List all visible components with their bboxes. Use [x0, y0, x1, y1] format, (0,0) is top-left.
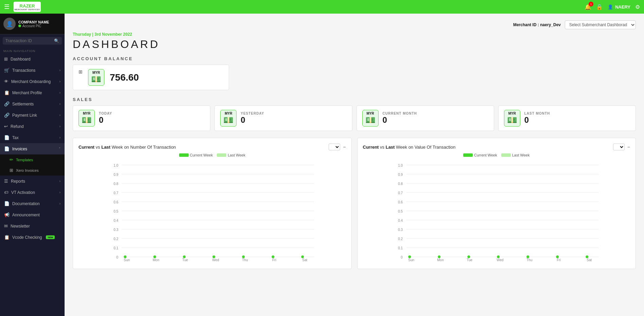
chevron-right-icon: ›: [59, 136, 60, 139]
svg-text:0: 0: [401, 255, 403, 259]
top-nav: ☰ RAZER MERCHANT SERVICES 🔔 1 🔒 👤 NAERY …: [0, 0, 644, 14]
sidebar-item-announcement[interactable]: 📢 Announcement: [0, 209, 65, 220]
svg-text:Mon: Mon: [153, 258, 159, 262]
submerchant-select[interactable]: Select Submerchant Dashborad: [565, 20, 636, 29]
sidebar-item-payment-link[interactable]: 🔗 Payment Link ›: [0, 110, 65, 121]
money-icon: 💵: [82, 115, 92, 125]
last-week-color2: [501, 153, 511, 157]
svg-point-30: [153, 255, 156, 258]
currency-badge: MYR 💵: [88, 69, 104, 86]
calculator-icon[interactable]: ⊞: [79, 69, 83, 74]
avatar: 👤: [3, 18, 16, 30]
sales-card-last-month: MYR 💵 LAST MONTH 0: [498, 105, 636, 131]
search-input[interactable]: [5, 38, 52, 43]
sidebar-item-merchant-profile[interactable]: 📋 Merchant Profile ›: [0, 87, 65, 98]
today-period-label: TODAY: [99, 112, 112, 115]
charts-grid: Current vs Last Week on Number Of Transa…: [73, 138, 636, 269]
svg-text:Sun: Sun: [408, 258, 414, 262]
chart2-dropdown[interactable]: [613, 144, 625, 150]
svg-point-35: [301, 255, 304, 258]
chart1-svg-wrap: 0 0.1 0.2 0.3 0.4 0.5 0.6 0.7 0.8 0.9 1.: [79, 160, 346, 263]
sidebar-item-vcode-checking[interactable]: 📋 Vcode Checking new: [0, 232, 65, 243]
chevron-right-icon: ›: [59, 68, 60, 72]
currency-badge: MYR 💵: [220, 110, 237, 127]
svg-point-34: [272, 255, 274, 258]
hamburger-icon[interactable]: ☰: [4, 3, 10, 11]
svg-text:0.4: 0.4: [114, 219, 118, 222]
chart2-controls: −: [613, 144, 630, 150]
svg-text:0.2: 0.2: [398, 237, 403, 241]
tax-icon: 📄: [4, 135, 10, 140]
top-nav-left: ☰ RAZER MERCHANT SERVICES: [4, 2, 41, 12]
chart2-collapse-button[interactable]: −: [627, 144, 630, 150]
user-details: COMPANY NAME Account PIC: [18, 20, 49, 28]
svg-text:Tue: Tue: [467, 258, 472, 262]
sidebar-item-invoices[interactable]: 📄 Invoices ˅: [0, 143, 65, 154]
svg-text:0.1: 0.1: [114, 246, 118, 250]
notification-badge: 1: [589, 2, 593, 6]
svg-text:0.3: 0.3: [114, 228, 118, 232]
sidebar-item-refund[interactable]: ↩ Refund ›: [0, 121, 65, 132]
svg-text:Sat: Sat: [587, 258, 592, 262]
search-bar: 🔍: [0, 34, 65, 47]
last-week-color: [217, 153, 226, 157]
yesterday-period-label: YESTERDAY: [241, 112, 264, 115]
sidebar-item-reports[interactable]: ☰ Reports ›: [0, 176, 65, 187]
sidebar-item-transactions[interactable]: 🛒 Transactions ›: [0, 65, 65, 76]
svg-text:Wed: Wed: [212, 258, 219, 262]
announcement-icon: 📢: [4, 212, 10, 217]
sidebar-item-newsletter[interactable]: ✉ Newsletter: [0, 220, 65, 232]
y-axis2: 0 0.1 0.2 0.3 0.4 0.5 0.6 0.7 0.8 0.9 1.: [398, 164, 403, 259]
chart-transactions-count: Current vs Last Week on Number Of Transa…: [73, 138, 352, 269]
sidebar-item-merchant-onboarding[interactable]: 👁 Merchant Onboarding ›: [0, 76, 65, 87]
vt-activation-icon: 🏷: [4, 190, 8, 195]
sidebar-item-vt-activation[interactable]: 🏷 VT Activation ›: [0, 187, 65, 198]
chart1-legend: Current Week Last Week: [79, 153, 346, 157]
chart1-dropdown[interactable]: [329, 144, 340, 150]
sidebar-item-dashboard[interactable]: ⊞ Dashboard: [0, 53, 65, 65]
chart2-legend: Current Week Last Week: [363, 153, 630, 157]
sales-grid: MYR 💵 TODAY 0 MYR 💵 YESTERDAY: [73, 105, 636, 131]
svg-text:0.5: 0.5: [114, 210, 118, 213]
settlements-icon: 🔗: [4, 101, 10, 106]
svg-text:0.8: 0.8: [114, 182, 118, 186]
money-icon: 💵: [91, 74, 101, 84]
chevron-right-icon: ›: [59, 102, 60, 106]
date-label: Thursday | 3rd November 2022: [73, 32, 636, 37]
sidebar-user-section: 👤 COMPANY NAME Account PIC: [0, 14, 65, 34]
svg-point-31: [183, 255, 186, 258]
chart1-svg: 0 0.1 0.2 0.3 0.4 0.5 0.6 0.7 0.8 0.9 1.: [79, 160, 346, 262]
new-badge: new: [46, 235, 55, 239]
money-icon: 💵: [223, 115, 233, 125]
svg-text:0.6: 0.6: [398, 200, 403, 204]
chevron-right-icon: ›: [59, 124, 60, 128]
top-nav-right: 🔔 1 🔒 👤 NAERY ⚙: [585, 4, 640, 10]
sidebar-item-templates[interactable]: ✏ Templates: [0, 154, 65, 165]
svg-text:Sat: Sat: [302, 258, 307, 262]
search-wrap: 🔍: [3, 37, 62, 45]
svg-text:0.7: 0.7: [398, 191, 403, 195]
chart2-svg: 0 0.1 0.2 0.3 0.4 0.5 0.6 0.7 0.8 0.9 1.: [363, 160, 630, 262]
company-name: COMPANY NAME: [18, 20, 49, 24]
sidebar-item-tax[interactable]: 📄 Tax ›: [0, 132, 65, 143]
lock-icon[interactable]: 🔒: [596, 4, 603, 10]
search-icon: 🔍: [54, 38, 59, 43]
sidebar-item-xero-invoices[interactable]: ⊞ Xero Invoices: [0, 165, 65, 176]
svg-text:0: 0: [116, 255, 118, 259]
sidebar-item-settlements[interactable]: 🔗 Settlements ›: [0, 98, 65, 110]
current-month-period-label: CURRENT MONTH: [383, 112, 417, 115]
notification-button[interactable]: 🔔 1: [585, 4, 591, 10]
invoices-submenu: ✏ Templates ⊞ Xero Invoices: [0, 154, 65, 176]
currency-badge: MYR 💵: [504, 110, 520, 127]
legend-current-week2: Current Week: [463, 153, 497, 157]
svg-text:Wed: Wed: [497, 258, 503, 262]
svg-text:Thu: Thu: [526, 258, 532, 262]
sidebar-item-documentation[interactable]: 📄 Documentation ›: [0, 198, 65, 209]
svg-point-32: [212, 255, 215, 258]
chart1-collapse-button[interactable]: −: [343, 144, 346, 150]
svg-text:0.7: 0.7: [114, 191, 118, 195]
sales-card-today: MYR 💵 TODAY 0: [73, 105, 210, 131]
reports-icon: ☰: [4, 179, 8, 184]
svg-text:0.9: 0.9: [398, 173, 403, 177]
settings-icon[interactable]: ⚙: [635, 4, 640, 10]
